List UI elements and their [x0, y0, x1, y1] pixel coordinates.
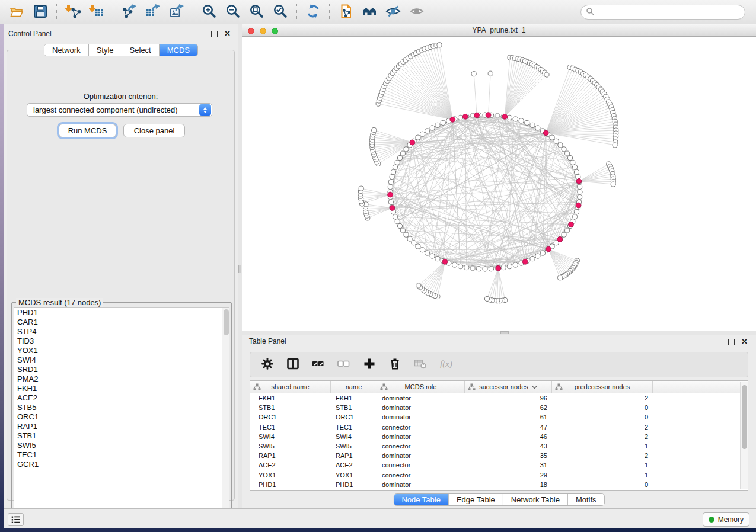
table-panel: Table Panel ✕ f(x) shared namenameMCDS r…	[242, 335, 756, 508]
mcds-result-item[interactable]: ORC1	[14, 412, 229, 422]
function-builder-button: f(x)	[438, 357, 454, 373]
table-row[interactable]: ACE2ACE2connector311	[250, 460, 748, 470]
mcds-result-item[interactable]: GCR1	[14, 460, 229, 469]
import-table-button[interactable]	[87, 2, 107, 21]
save-session-button[interactable]	[30, 2, 50, 21]
cell-shared-name: PHD1	[250, 481, 331, 488]
tab-edge-table[interactable]: Edge Table	[449, 494, 503, 505]
column-header-shared-name[interactable]: shared name	[250, 381, 331, 393]
mcds-result-item[interactable]: TEC1	[14, 450, 229, 460]
network-window-titlebar[interactable]: YPA_prune.txt_1	[242, 24, 756, 37]
task-history-button[interactable]	[8, 513, 24, 526]
mcds-result-item[interactable]: CAR1	[14, 318, 229, 327]
tab-node-table[interactable]: Node Table	[394, 494, 449, 505]
zoom-selected-button[interactable]	[270, 2, 291, 21]
tab-motifs[interactable]: Motifs	[568, 494, 604, 505]
close-panel-button[interactable]: Close panel	[123, 124, 185, 137]
float-panel-icon[interactable]	[728, 339, 735, 345]
eye-slash-icon	[385, 4, 401, 21]
tab-mcds[interactable]: MCDS	[160, 44, 197, 56]
table-row[interactable]: RAP1RAP1dominator352	[250, 451, 748, 460]
open-session-button[interactable]	[7, 2, 27, 21]
table-row[interactable]: ORC1ORC1dominator610	[250, 412, 748, 422]
export-network-button[interactable]	[119, 2, 139, 21]
show-preview-button[interactable]	[407, 2, 427, 21]
table-row[interactable]: SWI5SWI5connector431	[250, 441, 748, 451]
dominator-node	[410, 140, 415, 145]
mcds-result-item[interactable]: ACE2	[14, 393, 229, 403]
table-row[interactable]: STB1STB1dominator620	[250, 403, 748, 412]
optimization-criterion-select[interactable]: largest connected component (undirected)	[27, 103, 212, 117]
cell-name: FKH1	[331, 395, 377, 402]
tab-select[interactable]: Select	[122, 44, 160, 56]
deselect-all-columns-button[interactable]	[336, 357, 352, 373]
create-column-button[interactable]	[362, 357, 377, 373]
tab-style[interactable]: Style	[89, 44, 122, 56]
zoom-in-button[interactable]	[199, 2, 219, 21]
horizontal-splitter[interactable]	[242, 331, 756, 335]
memory-button[interactable]: Memory	[703, 512, 749, 527]
close-panel-icon[interactable]: ✕	[741, 336, 748, 347]
delete-column-button[interactable]	[387, 357, 403, 373]
run-mcds-button[interactable]: Run MCDS	[59, 124, 116, 137]
show-column-panel-button[interactable]	[285, 357, 301, 373]
export-table-button[interactable]	[143, 2, 163, 21]
search-box[interactable]	[580, 5, 745, 20]
import-network-button[interactable]	[63, 2, 83, 21]
select-all-columns-button[interactable]	[311, 357, 326, 373]
dominator-node	[474, 113, 480, 118]
mcds-result-item[interactable]: STP4	[14, 327, 229, 336]
cell-predecessor-nodes: 2	[552, 424, 653, 431]
mcds-result-item[interactable]: SRD1	[14, 365, 229, 374]
mcds-result-item[interactable]: SWI4	[14, 355, 229, 365]
network-home-button[interactable]	[359, 2, 379, 21]
float-panel-icon[interactable]	[211, 31, 218, 37]
zoom-out-button[interactable]	[223, 2, 243, 21]
mcds-result-item[interactable]: PMA2	[14, 374, 229, 384]
mcds-result-item[interactable]: YOX1	[14, 346, 229, 355]
cell-name: TEC1	[331, 424, 377, 431]
mcds-result-item[interactable]: STB1	[14, 431, 229, 441]
export-image-button[interactable]	[167, 2, 187, 21]
column-header-successor-nodes[interactable]: successor nodes	[465, 381, 552, 393]
table-row[interactable]: PHD1PHD1dominator180	[250, 480, 748, 489]
refresh-button[interactable]	[303, 2, 323, 21]
column-header-name[interactable]: name	[331, 381, 377, 393]
table-row[interactable]: SWI4SWI4dominator462	[250, 432, 748, 441]
search-input[interactable]	[594, 8, 745, 17]
mcds-result-item[interactable]: TID3	[14, 336, 229, 346]
splitter-grip-icon[interactable]	[500, 331, 509, 334]
vertical-splitter[interactable]	[238, 24, 242, 508]
export-network-icon	[122, 4, 137, 21]
table-row[interactable]: FKH1FKH1dominator962	[250, 393, 748, 403]
table-row[interactable]: TEC1TEC1connector472	[250, 422, 748, 432]
mcds-result-item[interactable]: PHD1	[14, 308, 229, 318]
mcds-result-item[interactable]: RAP1	[14, 422, 229, 431]
close-panel-icon[interactable]: ✕	[224, 28, 231, 39]
table-settings-button[interactable]	[260, 357, 275, 373]
mcds-result-item[interactable]: STB5	[14, 403, 229, 412]
splitter-grip-icon[interactable]	[238, 265, 241, 273]
mcds-result-item[interactable]: FKH1	[14, 384, 229, 393]
tab-network[interactable]: Network	[44, 44, 89, 56]
network-graph[interactable]	[242, 37, 756, 331]
mcds-result-item[interactable]: SWI5	[14, 441, 229, 450]
cell-predecessor-nodes: 2	[552, 395, 653, 402]
table-row[interactable]: YOX1YOX1connector291	[250, 470, 748, 480]
toggle-graphics-details-button[interactable]	[383, 2, 403, 21]
column-header-filler	[653, 381, 748, 393]
tab-network-table[interactable]: Network Table	[503, 494, 568, 505]
dominator-node	[543, 130, 548, 136]
table-scrollbar[interactable]	[740, 382, 748, 489]
cell-shared-name: STB1	[250, 404, 331, 411]
scrollbar-thumb[interactable]	[742, 385, 747, 449]
column-header-predecessor-nodes[interactable]: predecessor nodes	[552, 381, 653, 393]
cell-name: SWI5	[331, 443, 377, 450]
mcds-result-list[interactable]: PHD1CAR1STP4TID3YOX1SWI4SRD1PMA2FKH1ACE2…	[14, 307, 229, 521]
network-view-window: YPA_prune.txt_1	[242, 24, 756, 331]
network-canvas[interactable]	[242, 37, 756, 331]
zoom-fit-button[interactable]	[247, 2, 267, 21]
column-header-MCDS-role[interactable]: MCDS role	[377, 381, 465, 393]
mcds-list-scrollbar[interactable]	[222, 308, 229, 520]
share-network-document-button[interactable]	[336, 2, 356, 21]
